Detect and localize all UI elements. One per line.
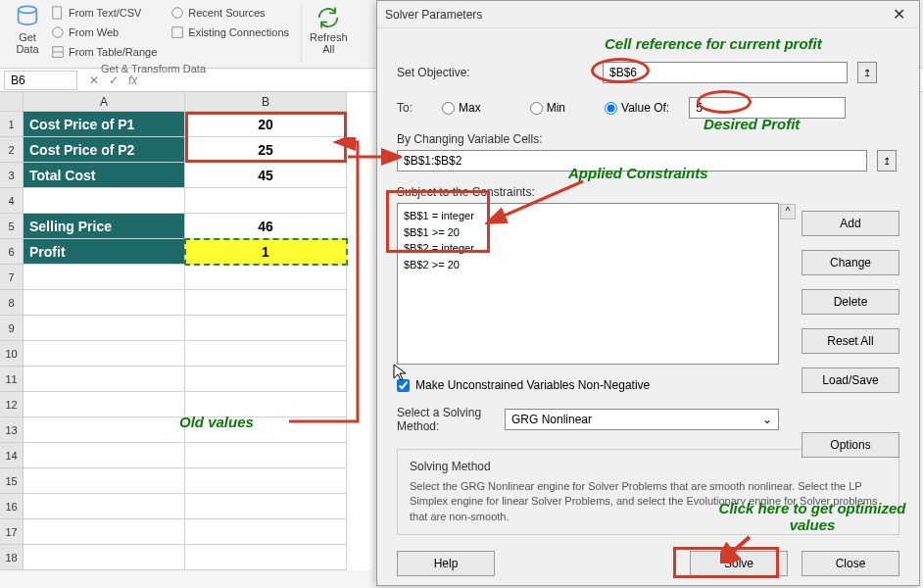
connections-icon bbox=[170, 25, 184, 39]
delete-button[interactable]: Delete bbox=[802, 289, 899, 315]
ref-picker-icon-2[interactable]: ↥ bbox=[877, 150, 897, 172]
change-button[interactable]: Change bbox=[802, 250, 899, 275]
row-header[interactable]: 11 bbox=[0, 367, 24, 392]
cell[interactable] bbox=[24, 545, 185, 570]
cell[interactable] bbox=[185, 265, 347, 290]
row-header[interactable]: 14 bbox=[0, 443, 24, 468]
cell[interactable] bbox=[24, 392, 185, 417]
table-row: 10 bbox=[0, 341, 372, 367]
table-row: 13 bbox=[0, 417, 372, 443]
from-text-csv-button[interactable]: From Text/CSV bbox=[47, 4, 161, 22]
row-header[interactable]: 16 bbox=[0, 494, 24, 519]
value-of-input[interactable] bbox=[689, 97, 846, 119]
solving-method-select[interactable]: GRG Nonlinear ⌄ bbox=[505, 409, 779, 430]
cell[interactable]: Total Cost bbox=[24, 163, 185, 188]
row-header[interactable]: 8 bbox=[0, 290, 24, 316]
cell[interactable] bbox=[185, 519, 347, 545]
ribbon-group-refresh: Refresh All bbox=[302, 4, 356, 64]
table-row: 15 bbox=[0, 468, 372, 494]
cell[interactable]: 1 bbox=[185, 239, 347, 265]
close-icon[interactable]: ✕ bbox=[887, 5, 911, 24]
row-header[interactable]: 18 bbox=[0, 545, 24, 570]
row-header[interactable]: 6 bbox=[0, 239, 24, 265]
table-row: 17 bbox=[0, 519, 372, 545]
table-icon bbox=[51, 45, 65, 59]
min-radio[interactable]: Min bbox=[530, 101, 565, 115]
row-header[interactable]: 7 bbox=[0, 265, 24, 290]
cell[interactable] bbox=[185, 545, 347, 570]
row-header[interactable]: 15 bbox=[0, 468, 24, 494]
cell[interactable] bbox=[24, 468, 185, 494]
ref-picker-icon[interactable]: ↥ bbox=[857, 62, 877, 83]
cell[interactable] bbox=[185, 443, 347, 468]
close-button[interactable]: Close bbox=[802, 551, 899, 576]
name-box[interactable] bbox=[4, 71, 77, 90]
cell[interactable]: 45 bbox=[185, 163, 347, 188]
cell[interactable] bbox=[24, 417, 185, 443]
cell[interactable] bbox=[185, 316, 347, 341]
row-header[interactable]: 3 bbox=[0, 163, 24, 188]
cell[interactable] bbox=[185, 417, 347, 443]
cell[interactable]: 25 bbox=[185, 137, 347, 163]
row-header[interactable]: 13 bbox=[0, 417, 24, 443]
row-header[interactable]: 1 bbox=[0, 112, 24, 137]
solve-button[interactable]: Solve bbox=[690, 551, 788, 576]
row-header[interactable]: 10 bbox=[0, 341, 24, 367]
cell[interactable] bbox=[185, 290, 347, 316]
cell[interactable] bbox=[24, 341, 185, 367]
set-objective-label: Set Objective: bbox=[397, 66, 593, 79]
select-all-corner[interactable] bbox=[0, 92, 24, 112]
cell[interactable] bbox=[185, 494, 347, 519]
dialog-title: Solver Parameters bbox=[385, 8, 482, 22]
constraints-listbox[interactable]: $B$1 = integer $B$1 >= 20 $B$2 = integer… bbox=[397, 203, 779, 365]
col-header-a[interactable]: A bbox=[24, 92, 185, 112]
row-header[interactable]: 2 bbox=[0, 137, 24, 163]
existing-connections-button[interactable]: Existing Connections bbox=[167, 24, 293, 41]
add-button[interactable]: Add bbox=[802, 211, 899, 236]
from-web-button[interactable]: From Web bbox=[47, 24, 161, 41]
row-header[interactable]: 4 bbox=[0, 188, 24, 214]
cell[interactable]: Selling Price bbox=[24, 214, 185, 239]
cell[interactable] bbox=[185, 367, 347, 392]
row-header[interactable]: 5 bbox=[0, 214, 24, 239]
enter-formula-icon[interactable]: ✓ bbox=[109, 74, 119, 87]
options-button[interactable]: Options bbox=[802, 432, 899, 458]
fx-icon[interactable]: fx bbox=[128, 74, 137, 87]
max-radio[interactable]: Max bbox=[442, 101, 481, 115]
help-button[interactable]: Help bbox=[397, 551, 495, 576]
cell[interactable] bbox=[185, 188, 347, 214]
spreadsheet-grid: A B 1Cost Price of P1202Cost Price of P2… bbox=[0, 92, 372, 570]
cell[interactable]: Profit bbox=[24, 239, 185, 265]
scroll-up-icon[interactable]: ^ bbox=[780, 204, 796, 220]
cell[interactable] bbox=[24, 290, 185, 316]
row-header[interactable]: 17 bbox=[0, 519, 24, 545]
refresh-all-button[interactable]: Refresh All bbox=[310, 4, 348, 55]
cell[interactable]: 46 bbox=[185, 214, 347, 239]
cell[interactable] bbox=[24, 443, 185, 468]
cell[interactable]: 20 bbox=[185, 112, 347, 137]
row-header[interactable]: 12 bbox=[0, 392, 24, 417]
cell[interactable] bbox=[185, 392, 347, 417]
cell[interactable] bbox=[24, 494, 185, 519]
reset-all-button[interactable]: Reset All bbox=[802, 328, 899, 354]
cell[interactable] bbox=[185, 468, 347, 494]
get-data-button[interactable]: Get Data bbox=[14, 4, 41, 55]
row-header[interactable]: 9 bbox=[0, 316, 24, 341]
cell[interactable] bbox=[24, 265, 185, 290]
cell[interactable] bbox=[24, 188, 185, 214]
cancel-formula-icon[interactable]: ✕ bbox=[89, 74, 99, 87]
cell[interactable] bbox=[24, 519, 185, 545]
recent-sources-button[interactable]: Recent Sources bbox=[167, 4, 293, 22]
cell[interactable]: Cost Price of P1 bbox=[24, 112, 185, 137]
cell[interactable]: Cost Price of P2 bbox=[24, 137, 185, 163]
value-of-radio[interactable]: Value Of: bbox=[605, 101, 669, 115]
cell[interactable] bbox=[185, 341, 347, 367]
set-objective-input[interactable] bbox=[603, 62, 848, 83]
from-table-button[interactable]: From Table/Range bbox=[47, 43, 161, 61]
load-save-button[interactable]: Load/Save bbox=[802, 368, 899, 393]
cursor-icon bbox=[393, 364, 409, 383]
cell[interactable] bbox=[24, 316, 185, 341]
cell[interactable] bbox=[24, 367, 185, 392]
col-header-b[interactable]: B bbox=[185, 92, 347, 112]
changing-cells-input[interactable] bbox=[397, 150, 867, 172]
